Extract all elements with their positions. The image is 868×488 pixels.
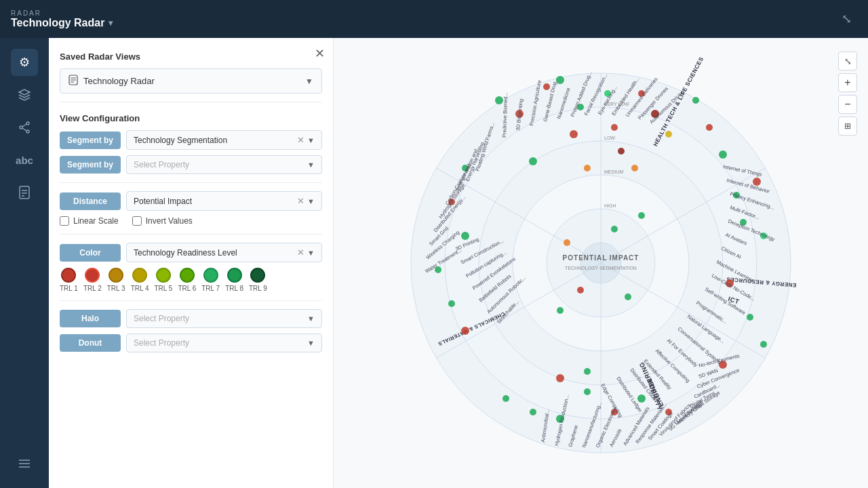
svg-text:HIGH: HIGH	[604, 203, 616, 208]
segment-dropdown-1[interactable]: Technology Segmentation ✕ ▼	[126, 130, 322, 150]
trl-label-9: TRL 9	[249, 285, 267, 292]
distance-dropdown[interactable]: Potential Impact ✕ ▼	[126, 191, 322, 211]
segment-label-1: Segment by	[60, 131, 121, 149]
segment-placeholder-2: Select Property	[134, 160, 307, 169]
svg-point-73	[461, 327, 469, 335]
distance-arrow-icon[interactable]: ▼	[307, 197, 315, 205]
svg-point-64	[637, 394, 646, 403]
svg-point-61	[747, 314, 753, 321]
svg-point-84	[557, 307, 564, 314]
top-bar-actions: ⤡	[836, 9, 857, 29]
invert-values-label: Invert Values	[146, 216, 193, 226]
saved-view-arrow-icon: ▼	[305, 77, 313, 86]
sidebar-icon-settings[interactable]: ⚙	[11, 49, 38, 76]
svg-rect-5	[20, 186, 29, 199]
svg-point-65	[584, 388, 591, 395]
trl-item-5: TRL 5	[155, 268, 173, 292]
svg-point-72	[584, 368, 591, 375]
invert-values-input[interactable]	[132, 216, 142, 226]
zoom-out-button[interactable]: −	[838, 95, 857, 114]
separator-1	[60, 102, 322, 102]
svg-point-83	[638, 212, 645, 219]
segment-dropdown-2[interactable]: Select Property ▼	[126, 155, 322, 174]
distance-row: Distance Potential Impact ✕ ▼	[60, 191, 322, 211]
segment-row-1: Segment by Technology Segmentation ✕ ▼	[60, 130, 322, 150]
collapse-view-button[interactable]: ⤡	[838, 52, 857, 70]
app-title-row: Technology Radar ▾	[11, 17, 113, 29]
halo-arrow-icon[interactable]: ▼	[307, 314, 315, 323]
svg-point-51	[529, 157, 537, 165]
trl-label-4: TRL 4	[131, 285, 149, 292]
svg-point-74	[448, 300, 455, 307]
segment-arrow-1-icon[interactable]: ▼	[307, 136, 315, 144]
linear-scale-checkbox[interactable]: Linear Scale	[60, 216, 119, 226]
trl-item-4: TRL 4	[131, 268, 149, 292]
sidebar-icon-layers[interactable]	[11, 81, 38, 108]
svg-point-45	[584, 165, 591, 171]
distance-clear-icon[interactable]: ✕	[297, 196, 304, 206]
svg-point-44	[618, 148, 625, 155]
sidebar-icon-text[interactable]: abc	[11, 146, 38, 174]
trl-item-8: TRL 8	[225, 268, 243, 292]
sidebar-icon-list[interactable]	[11, 450, 38, 477]
sidebar-icon-document[interactable]	[11, 179, 38, 206]
svg-point-82	[564, 239, 570, 246]
separator-4	[60, 300, 322, 301]
trl-dot-2	[85, 268, 100, 283]
svg-point-0	[20, 126, 22, 129]
segment-label-2: Segment by	[60, 156, 121, 174]
trl-dot-3	[108, 268, 123, 283]
trl-item-7: TRL 7	[201, 268, 220, 292]
trl-item-9: TRL 9	[249, 268, 267, 292]
donut-arrow-icon[interactable]: ▼	[307, 339, 315, 347]
collapse-button[interactable]: ⤡	[836, 9, 857, 29]
svg-point-76	[461, 232, 469, 240]
saved-view-dropdown[interactable]: Technology Radar ▼	[60, 68, 322, 94]
donut-dropdown[interactable]: Select Property ▼	[126, 333, 322, 352]
segment-arrow-2-icon[interactable]: ▼	[307, 161, 315, 169]
trl-dot-9	[250, 268, 265, 283]
document-small-icon	[68, 75, 78, 87]
panel-close-button[interactable]: ✕	[315, 46, 325, 61]
color-value: Technology Readiness Level	[134, 248, 297, 258]
distance-label: Distance	[60, 192, 121, 210]
donut-row: Donut Select Property ▼	[60, 333, 322, 352]
halo-placeholder: Select Property	[134, 314, 307, 323]
trl-label-8: TRL 8	[225, 285, 243, 292]
trl-item-2: TRL 2	[83, 268, 102, 292]
color-clear-icon[interactable]: ✕	[297, 247, 304, 258]
svg-point-2	[26, 130, 29, 133]
invert-values-checkbox[interactable]: Invert Values	[132, 216, 193, 226]
radar-area: ⤡ + − ⊞ .seg-text { font-size: 9.5px; fo…	[334, 38, 868, 488]
radar-chart[interactable]: .seg-text { font-size: 9.5px; font-famil…	[374, 46, 828, 480]
brand-label: RADAR	[11, 9, 113, 17]
color-arrow-icon[interactable]: ▼	[307, 249, 315, 257]
svg-point-46	[631, 165, 638, 171]
trl-item-3: TRL 3	[107, 268, 125, 292]
trl-label-3: TRL 3	[107, 285, 125, 292]
svg-point-1	[26, 122, 29, 125]
app-title: Technology Radar	[11, 17, 104, 29]
color-dropdown[interactable]: Technology Readiness Level ✕ ▼	[126, 243, 322, 262]
svg-point-41	[543, 83, 550, 90]
svg-point-71	[556, 374, 564, 382]
halo-row: Halo Select Property ▼	[60, 309, 322, 328]
svg-point-80	[577, 287, 584, 293]
svg-point-54	[719, 150, 727, 159]
halo-dropdown[interactable]: Select Property ▼	[126, 309, 322, 328]
trl-dot-5	[156, 268, 171, 283]
title-chevron[interactable]: ▾	[108, 18, 113, 28]
donut-label: Donut	[60, 334, 121, 352]
linear-scale-input[interactable]	[60, 216, 69, 226]
svg-point-62	[760, 341, 767, 348]
saved-views-title: Saved Radar Views	[60, 52, 322, 62]
trl-item-1: TRL 1	[60, 268, 78, 292]
zoom-in-button[interactable]: +	[838, 73, 857, 92]
fit-button[interactable]: ⊞	[838, 117, 857, 136]
segment-clear-1-icon[interactable]: ✕	[297, 135, 304, 145]
zoom-controls: ⤡ + − ⊞	[838, 52, 857, 136]
separator-3	[60, 234, 322, 235]
trl-dot-7	[203, 268, 218, 283]
svg-point-38	[570, 130, 578, 138]
sidebar-icon-share[interactable]	[11, 114, 38, 141]
